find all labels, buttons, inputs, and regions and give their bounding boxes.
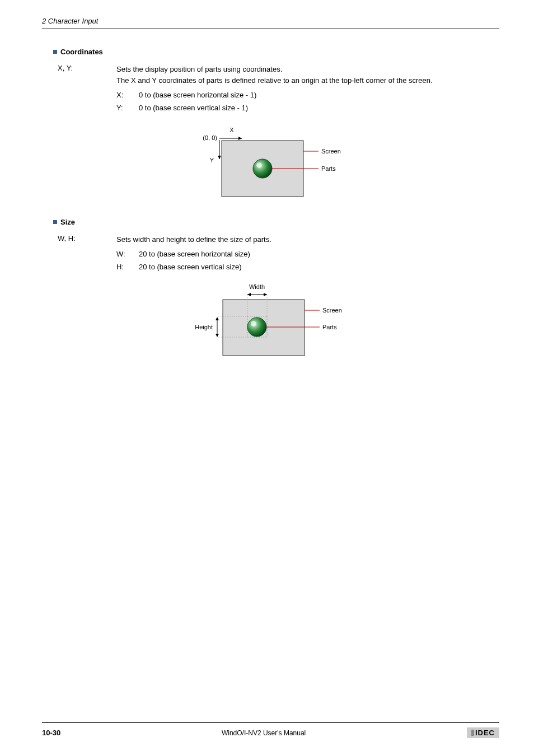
coordinates-desc-2: The X and Y coordinates of parts is defi… bbox=[116, 75, 499, 86]
coordinates-term: X, Y: bbox=[58, 64, 116, 86]
brand-logo-text: IDEC bbox=[475, 729, 495, 737]
svg-point-16 bbox=[251, 321, 256, 326]
size-w-term: W: bbox=[116, 250, 139, 258]
page-content: Coordinates X, Y: Sets the display posit… bbox=[53, 48, 499, 382]
svg-marker-19 bbox=[216, 334, 219, 337]
coord-parts-label: Parts bbox=[321, 165, 336, 172]
size-screen-label: Screen bbox=[322, 307, 342, 314]
origin-label: (0, 0) bbox=[203, 134, 217, 141]
svg-marker-18 bbox=[216, 317, 219, 320]
svg-marker-8 bbox=[247, 293, 251, 296]
coordinates-diagram: (0, 0) X Y Screen Parts bbox=[53, 122, 499, 202]
svg-marker-3 bbox=[218, 156, 221, 159]
coord-screen-label: Screen bbox=[321, 148, 341, 155]
size-def: W, H: Sets width and height to define th… bbox=[58, 234, 499, 245]
size-h-term: H: bbox=[116, 263, 139, 271]
svg-marker-9 bbox=[264, 293, 267, 296]
size-w-desc: 20 to (base screen horizontal size) bbox=[139, 250, 499, 258]
bullet-icon bbox=[53, 50, 57, 54]
coordinates-desc: Sets the display position of parts using… bbox=[116, 64, 499, 86]
size-term: W, H: bbox=[58, 234, 116, 245]
brand-logo: IDEC bbox=[467, 727, 499, 738]
coord-y-term: Y: bbox=[116, 104, 139, 112]
coordinates-def: X, Y: Sets the display position of parts… bbox=[58, 64, 499, 86]
page-header: 2 Character Input bbox=[42, 17, 499, 29]
y-axis-label: Y bbox=[209, 157, 214, 164]
svg-point-4 bbox=[256, 162, 262, 168]
size-heading-text: Size bbox=[60, 218, 75, 226]
parts-icon bbox=[253, 159, 272, 178]
height-label: Height bbox=[195, 324, 213, 330]
svg-marker-1 bbox=[238, 137, 242, 140]
size-diagram: Width Height bbox=[53, 281, 499, 367]
page-number: 10-30 bbox=[42, 729, 60, 737]
coordinates-heading: Coordinates bbox=[53, 48, 499, 56]
manual-title: WindO/I-NV2 User's Manual bbox=[222, 729, 306, 737]
size-h-row: H: 20 to (base screen vertical size) bbox=[116, 263, 499, 271]
size-h-desc: 20 to (base screen vertical size) bbox=[139, 263, 499, 271]
bullet-icon bbox=[53, 220, 57, 224]
page-footer: 10-30 WindO/I-NV2 User's Manual IDEC bbox=[42, 722, 499, 738]
size-heading: Size bbox=[53, 218, 499, 226]
coord-y-desc: 0 to (base screen vertical size - 1) bbox=[139, 104, 499, 112]
coord-x-row: X: 0 to (base screen horizontal size - 1… bbox=[116, 91, 499, 99]
coordinates-heading-text: Coordinates bbox=[60, 48, 103, 56]
parts-icon bbox=[247, 318, 266, 337]
coord-x-term: X: bbox=[116, 91, 139, 99]
coord-y-row: Y: 0 to (base screen vertical size - 1) bbox=[116, 104, 499, 112]
size-desc-1: Sets width and height to define the size… bbox=[116, 234, 499, 245]
size-desc: Sets width and height to define the size… bbox=[116, 234, 499, 245]
width-label: Width bbox=[249, 283, 264, 290]
coord-x-desc: 0 to (base screen horizontal size - 1) bbox=[139, 91, 499, 99]
x-axis-label: X bbox=[229, 127, 234, 133]
size-parts-label: Parts bbox=[322, 324, 337, 330]
coordinates-desc-1: Sets the display position of parts using… bbox=[116, 64, 499, 75]
size-w-row: W: 20 to (base screen horizontal size) bbox=[116, 250, 499, 258]
